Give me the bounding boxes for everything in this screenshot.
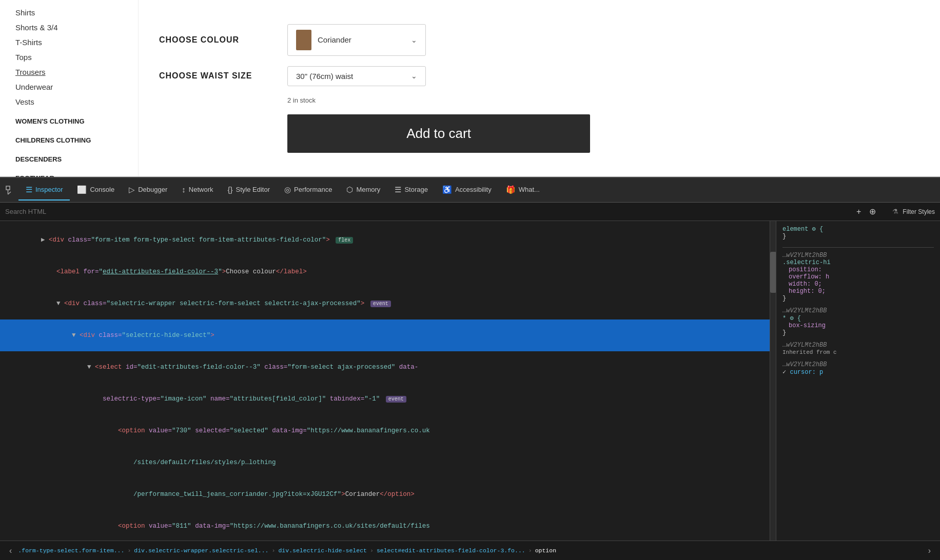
breadcrumb-prev-button[interactable]: ‹: [6, 545, 15, 556]
waist-value: 30" (76cm) waist: [296, 72, 406, 81]
memory-icon: ⬡: [346, 185, 353, 194]
nav-item-tshirts[interactable]: T-Shirts: [15, 35, 123, 50]
tab-style-editor[interactable]: {} Style Editor: [220, 180, 277, 200]
accessibility-icon: ♿: [442, 185, 452, 194]
svg-line-2: [8, 192, 11, 194]
scrollbar-track[interactable]: [770, 221, 776, 541]
element-rule: element ⚙ { }: [782, 225, 823, 240]
breadcrumb-sep-1: ›: [127, 547, 131, 554]
style-rule-hash4: …wV2YLMt2hBB ✓ cursor: p: [782, 361, 934, 376]
whatsnew-icon: 🎁: [506, 185, 516, 194]
tab-inspector-label: Inspector: [35, 186, 63, 193]
code-line-8: /sites/default/files/styles/p…lothing: [0, 447, 770, 478]
pick-element-button[interactable]: ⊕: [867, 205, 878, 218]
search-actions: + ⊕ ⚗ Filter Styles: [854, 205, 935, 218]
hash2-text: …wV2YLMt2hBB: [782, 307, 827, 314]
tab-console-label: Console: [90, 186, 114, 193]
devtools-panel: ☰ Inspector ⬜ Console ▷ Debugger ↕ Netwo…: [0, 177, 940, 560]
performance-icon: ◎: [284, 185, 291, 194]
nav-category-descenders[interactable]: DESCENDERS: [15, 152, 123, 166]
filter-styles-icon: ⚗: [892, 208, 898, 215]
tab-accessibility[interactable]: ♿ Accessibility: [435, 180, 499, 201]
storage-icon: ☰: [395, 185, 401, 194]
box-sizing-label: box-sizing: [789, 322, 826, 329]
hash4-text: …wV2YLMt2hBB: [782, 361, 827, 368]
nav-category-womens[interactable]: WOMEN'S CLOTHING: [15, 114, 123, 128]
nav-list: Shirts Shorts & 3/4 T-Shirts Tops Trouse…: [15, 5, 123, 185]
breadcrumb-item-4[interactable]: select#edit-attributes-field-color-3.fo.…: [377, 547, 525, 554]
nav-item-vests[interactable]: Vests: [15, 94, 123, 109]
position-label: position:: [789, 266, 822, 273]
width-label: width: 0;: [789, 281, 822, 288]
breadcrumb-item-1[interactable]: .form-type-select.form-item...: [18, 547, 124, 554]
stock-text: 2 in stock: [287, 96, 919, 104]
breadcrumb-item-2[interactable]: div.selectric-wrapper.selectric-sel...: [134, 547, 268, 554]
code-line-3: ▼ <div class="selectric-wrapper selectri…: [0, 288, 770, 319]
height-label: height: 0;: [789, 288, 826, 295]
tab-debugger[interactable]: ▷ Debugger: [122, 180, 174, 201]
code-line-6: selectric-type="image-icon" name="attrib…: [0, 383, 770, 415]
inspector-icon: ☰: [26, 185, 32, 194]
add-node-button[interactable]: +: [854, 205, 863, 218]
tab-memory[interactable]: ⬡ Memory: [339, 180, 387, 201]
chevron-down-icon: ⌄: [411, 36, 417, 44]
breadcrumb-next-button[interactable]: ›: [925, 545, 934, 556]
styles-header: element ⚙ { }: [782, 225, 934, 248]
tab-inspector[interactable]: ☰ Inspector: [18, 180, 70, 201]
colour-select[interactable]: Coriander ⌄: [287, 24, 426, 56]
height-prop: height: 0;: [782, 288, 826, 295]
box-sizing-prop: box-sizing: [782, 322, 826, 329]
left-nav: Shirts Shorts & 3/4 T-Shirts Tops Trouse…: [0, 0, 139, 176]
tab-console[interactable]: ⬜ Console: [70, 180, 122, 201]
chevron-down-icon-2: ⌄: [411, 72, 417, 80]
overflow-prop: overflow: h: [782, 273, 829, 281]
tab-whatsnew[interactable]: 🎁 What...: [499, 180, 547, 201]
breadcrumb-current: option: [535, 547, 556, 554]
add-to-cart-button[interactable]: Add to cart: [287, 114, 590, 153]
styles-panel: element ⚙ { } …wV2YLMt2hBB .selectric-hi…: [776, 221, 940, 541]
nav-item-shorts[interactable]: Shorts & 3/4: [15, 20, 123, 35]
code-line-4[interactable]: ▼ <div class="selectric-hide-select">: [0, 319, 770, 351]
nav-item-shirts[interactable]: Shirts: [15, 5, 123, 20]
style-rule-hash2: …wV2YLMt2hBB * ⚙ { box-sizing }: [782, 307, 934, 336]
code-line-1: ▶ <div class="form-item form-type-select…: [0, 224, 770, 256]
code-area[interactable]: ▶ <div class="form-item form-type-select…: [0, 221, 770, 541]
nav-item-tops[interactable]: Tops: [15, 50, 123, 65]
product-area: CHOOSE COLOUR Coriander ⌄ CHOOSE WAIST S…: [139, 0, 940, 176]
nav-category-childrens[interactable]: CHILDRENS CLOTHING: [15, 133, 123, 147]
choose-waist-label: CHOOSE WAIST SIZE: [159, 71, 272, 81]
code-line-9: /performance_twill_jeans_corriander.jpg?…: [0, 478, 770, 510]
code-line-7: <option value="730" selected="selected" …: [0, 415, 770, 447]
picker-icon[interactable]: [2, 181, 18, 199]
breadcrumb: ‹ .form-type-select.form-item... › div.s…: [0, 541, 940, 560]
devtools-toolbar: ☰ Inspector ⬜ Console ▷ Debugger ↕ Netwo…: [0, 178, 940, 203]
search-bar: + ⊕ ⚗ Filter Styles: [0, 203, 940, 221]
style-rule-inherited: …wV2YLMt2hBB Inherited from c: [782, 342, 934, 356]
html-panel: ▶ <div class="form-item form-type-select…: [0, 221, 940, 541]
star-rule: * ⚙ {: [782, 315, 801, 322]
selectric-selector: .selectric-hi: [782, 259, 831, 266]
style-close-1: }: [782, 295, 786, 302]
waist-select[interactable]: 30" (76cm) waist ⌄: [287, 66, 426, 86]
colour-row: CHOOSE COLOUR Coriander ⌄: [159, 24, 919, 56]
breadcrumb-sep-2: ›: [272, 547, 276, 554]
position-prop: position:: [782, 266, 822, 273]
tab-storage-label: Storage: [404, 186, 428, 193]
nav-item-trousers[interactable]: Trousers: [15, 65, 123, 79]
hash1-text: …wV2YLMt2hBB: [782, 252, 827, 259]
breadcrumb-item-3[interactable]: div.selectric-hide-select: [278, 547, 367, 554]
tab-network[interactable]: ↕ Network: [174, 180, 220, 200]
tab-storage[interactable]: ☰ Storage: [387, 180, 435, 201]
tab-accessibility-label: Accessibility: [455, 186, 492, 193]
style-rule-hash1: …wV2YLMt2hBB .selectric-hi position: ove…: [782, 252, 934, 302]
search-html-input[interactable]: [5, 208, 850, 215]
tab-memory-label: Memory: [356, 186, 380, 193]
tab-performance[interactable]: ◎ Performance: [277, 180, 339, 201]
tab-performance-label: Performance: [294, 186, 332, 193]
nav-item-underwear[interactable]: Underwear: [15, 79, 123, 94]
hash3-text: …wV2YLMt2hBB: [782, 342, 827, 349]
console-icon: ⬜: [77, 185, 87, 194]
style-editor-icon: {}: [227, 185, 232, 194]
network-icon: ↕: [182, 185, 186, 194]
overflow-label: overflow: h: [789, 273, 829, 281]
